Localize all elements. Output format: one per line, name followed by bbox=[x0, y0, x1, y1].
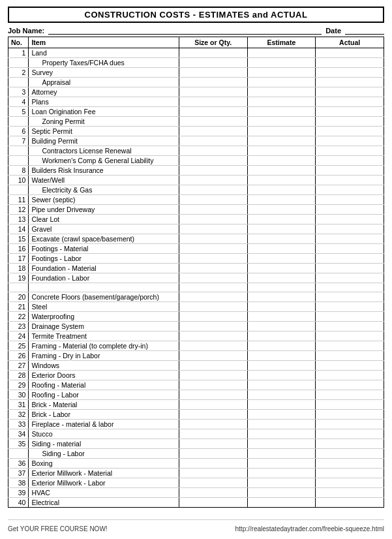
row-no: 25 bbox=[8, 341, 29, 351]
row-item: Roofing - Material bbox=[29, 380, 179, 390]
row-actual bbox=[316, 371, 384, 380]
row-estimate bbox=[247, 146, 316, 156]
row-item: Appraisal bbox=[29, 78, 179, 87]
row-no: 16 bbox=[8, 244, 29, 254]
row-item: Plans bbox=[29, 97, 179, 107]
row-actual bbox=[316, 331, 384, 341]
row-no bbox=[8, 117, 29, 127]
row-size bbox=[179, 97, 247, 107]
row-item: Contractors License Renewal bbox=[29, 146, 179, 156]
row-estimate bbox=[247, 273, 316, 283]
row-item: Termite Treatment bbox=[29, 331, 179, 341]
row-no: 38 bbox=[8, 478, 29, 488]
row-no: 32 bbox=[8, 410, 29, 420]
row-estimate bbox=[247, 78, 316, 87]
row-no: 24 bbox=[8, 331, 29, 341]
row-no bbox=[8, 78, 29, 87]
table-row: 10 Water/Well bbox=[8, 176, 384, 185]
row-item: Foundation - Labor bbox=[29, 273, 179, 283]
row-no: 27 bbox=[8, 361, 29, 371]
row-no: 3 bbox=[8, 87, 29, 97]
row-no: 11 bbox=[8, 195, 29, 205]
row-estimate bbox=[247, 292, 316, 302]
job-name-label: Job Name: bbox=[8, 27, 44, 35]
col-header-no: No. bbox=[8, 37, 29, 48]
row-no: 34 bbox=[8, 429, 29, 439]
page: CONSTRUCTION COSTS - ESTIMATES and ACTUA… bbox=[0, 0, 392, 539]
row-estimate bbox=[247, 87, 316, 97]
row-actual bbox=[316, 117, 384, 127]
row-size bbox=[179, 312, 247, 322]
row-no: 28 bbox=[8, 371, 29, 380]
row-item: Attorney bbox=[29, 87, 179, 97]
table-row: Siding - Labor bbox=[8, 449, 384, 459]
row-item: Concrete Floors (basement/garage/porch) bbox=[29, 292, 179, 302]
table-row: 16 Footings - Material bbox=[8, 244, 384, 254]
table-row: 8 Builders Risk Insurance bbox=[8, 166, 384, 176]
row-size bbox=[179, 264, 247, 273]
row-size bbox=[179, 215, 247, 224]
table-row bbox=[8, 283, 384, 292]
row-estimate bbox=[247, 264, 316, 273]
row-estimate bbox=[247, 195, 316, 205]
row-size bbox=[179, 136, 247, 146]
row-no bbox=[8, 58, 29, 68]
row-item: Land bbox=[29, 48, 179, 58]
row-item: Foundation - Material bbox=[29, 264, 179, 273]
table-row: 28 Exterior Doors bbox=[8, 371, 384, 380]
row-size bbox=[179, 498, 247, 508]
row-size bbox=[179, 302, 247, 312]
row-item: Brick - Labor bbox=[29, 410, 179, 420]
table-row: 19 Foundation - Labor bbox=[8, 273, 384, 283]
row-estimate bbox=[247, 390, 316, 400]
row-estimate bbox=[247, 48, 316, 58]
row-actual bbox=[316, 400, 384, 410]
row-estimate bbox=[247, 58, 316, 68]
row-item: Framing - Dry in Labor bbox=[29, 351, 179, 361]
row-actual bbox=[316, 156, 384, 166]
row-size bbox=[179, 146, 247, 156]
row-size bbox=[179, 469, 247, 478]
row-item: Fireplace - material & labor bbox=[29, 420, 179, 429]
row-no bbox=[8, 156, 29, 166]
table-row: 33 Fireplace - material & labor bbox=[8, 420, 384, 429]
row-actual bbox=[316, 107, 384, 117]
row-estimate bbox=[247, 254, 316, 264]
row-no: 4 bbox=[8, 97, 29, 107]
row-estimate bbox=[247, 351, 316, 361]
row-actual bbox=[316, 68, 384, 78]
row-actual bbox=[316, 361, 384, 371]
job-name-row: Job Name: Date bbox=[8, 25, 384, 35]
row-size bbox=[179, 400, 247, 410]
row-size bbox=[179, 488, 247, 498]
table-row: 29 Roofing - Material bbox=[8, 380, 384, 390]
row-item: Property Taxes/FCHA dues bbox=[29, 58, 179, 68]
row-actual bbox=[316, 420, 384, 429]
row-actual bbox=[316, 469, 384, 478]
row-item: Excavate (crawl space/basement) bbox=[29, 234, 179, 244]
row-size bbox=[179, 205, 247, 215]
row-actual bbox=[316, 478, 384, 488]
row-estimate bbox=[247, 215, 316, 224]
date-line bbox=[345, 25, 384, 35]
row-item: Waterproofing bbox=[29, 312, 179, 322]
table-row: 26 Framing - Dry in Labor bbox=[8, 351, 384, 361]
table-row: 12 Pipe under Driveway bbox=[8, 205, 384, 215]
table-row: Electricity & Gas bbox=[8, 185, 384, 195]
row-estimate bbox=[247, 469, 316, 478]
row-actual bbox=[316, 87, 384, 97]
row-item: HVAC bbox=[29, 488, 179, 498]
table-row: 35 Siding - material bbox=[8, 439, 384, 449]
row-size bbox=[179, 429, 247, 439]
table-row: Zoning Permit bbox=[8, 117, 384, 127]
row-no: 17 bbox=[8, 254, 29, 264]
row-actual bbox=[316, 410, 384, 420]
row-size bbox=[179, 185, 247, 195]
row-estimate bbox=[247, 400, 316, 410]
costs-table: No. Item Size or Qty. Estimate Actual 1 … bbox=[8, 37, 384, 508]
row-no: 39 bbox=[8, 488, 29, 498]
row-size bbox=[179, 166, 247, 176]
row-actual bbox=[316, 136, 384, 146]
row-estimate bbox=[247, 380, 316, 390]
row-item: Footings - Labor bbox=[29, 254, 179, 264]
